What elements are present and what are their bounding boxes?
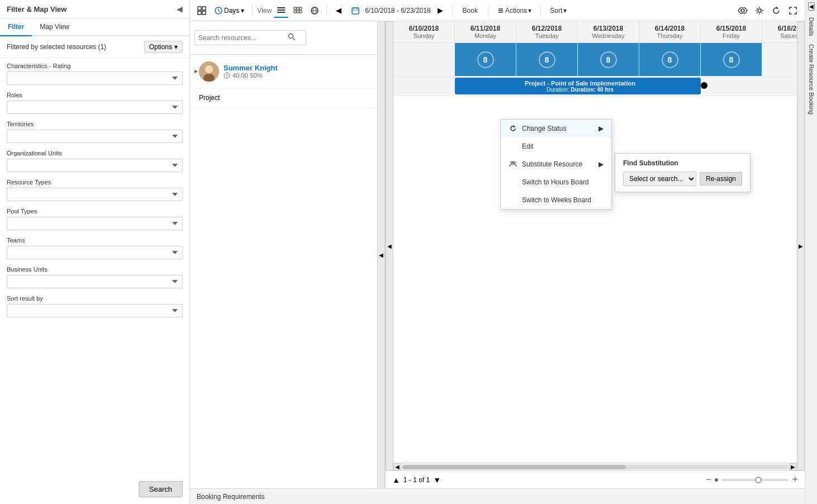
zoom-handle[interactable] [755,477,762,483]
context-menu: Change Status ▶ Edit Substitute Resource… [500,119,612,210]
hours-badge-5: 8 [723,51,740,68]
page-down-button[interactable]: ▼ [433,476,441,484]
svg-rect-7 [277,12,285,13]
svg-rect-1 [202,7,206,10]
separator-2 [326,5,327,16]
collapse-left-panel-button[interactable]: ◀ [177,4,183,13]
filter-select-roles[interactable] [7,101,183,114]
filter-label-sort: Sort result by [7,295,183,302]
options-button[interactable]: Options ▾ [144,41,183,53]
svg-rect-6 [277,9,285,11]
sort-button[interactable]: Sort ▾ [545,4,571,17]
day-4: Thursday [642,32,698,39]
svg-point-23 [289,34,293,39]
list-view-icon-button[interactable] [274,3,288,18]
filter-select-teams[interactable] [7,246,183,259]
submenu-arrow-icon: ▶ [598,125,604,132]
zoom-controls: − + [706,474,798,486]
refresh-icon-button[interactable] [769,3,783,18]
details-label[interactable]: Details [807,14,816,40]
search-button[interactable]: Search [139,481,183,497]
scroll-right-button[interactable]: ▶ [797,21,805,470]
grid-view-icon-button[interactable] [291,3,305,18]
settings-icon-button[interactable] [752,3,767,18]
filter-select-characteristics[interactable] [7,72,183,85]
separator-1 [252,5,253,16]
create-resource-booking-label[interactable]: Create Resource Booking [807,41,816,118]
hours-badge-3: 8 [600,51,617,68]
filter-select-resource-types[interactable] [7,188,183,201]
filter-group-sort: Sort result by [7,295,183,317]
resource-col-collapse-button[interactable]: ◀ [377,21,385,488]
filter-select-business-units[interactable] [7,275,183,288]
filter-select-org-units[interactable] [7,159,183,172]
bar-cell-0 [393,77,455,96]
zoom-in-button[interactable]: + [792,474,798,486]
tab-map-view[interactable]: Map View [32,18,77,36]
hours-badge-4: 8 [662,51,678,68]
tab-filter[interactable]: Filter [0,18,32,36]
visibility-icon-button[interactable] [735,3,750,18]
context-menu-hours-board[interactable]: Switch to Hours Board [501,173,611,191]
collapse-right-sidebar-button[interactable]: ◀ [808,2,815,11]
zoom-separator [715,478,718,482]
days-dropdown-button[interactable]: Days ▾ [211,4,248,17]
filter-group-teams: Teams [7,237,183,259]
svg-point-30 [513,161,515,164]
booking-bar[interactable]: Project - Point of Sale implementation D… [455,78,701,94]
filter-select-sort[interactable] [7,304,183,317]
reassign-button[interactable]: Re-assign [700,172,742,186]
search-resources-button[interactable] [288,33,296,42]
svg-rect-9 [297,7,299,9]
context-menu-weeks-board[interactable]: Switch to Weeks Board [501,191,611,209]
filter-select-territories[interactable] [7,130,183,143]
filter-group-pool-types: Pool Types [7,208,183,230]
zoom-track[interactable] [721,479,788,481]
context-menu-hours-label: Switch to Hours Board [522,178,588,186]
filter-select-pool-types[interactable] [7,217,183,230]
book-button[interactable]: Book [457,4,483,17]
hours-cell-2: 8 [516,43,578,76]
separator-4 [488,5,488,16]
substitution-select[interactable]: Select or search... [623,172,696,186]
scroll-left-button[interactable]: ◀ [386,21,393,470]
change-status-icon [509,124,517,133]
left-panel: Filter & Map View ◀ Filter Map View Filt… [0,0,190,504]
context-menu-change-status[interactable]: Change Status ▶ [501,120,611,137]
booking-requirements-label: Booking Requirements [197,493,264,501]
schedule-view-icon[interactable] [194,3,209,18]
booking-bar-duration: Duration: Duration: 40 hrs [547,87,614,93]
filter-label-resource-types: Resource Types [7,179,183,186]
globe-view-icon-button[interactable] [307,3,322,18]
scroll-h-right[interactable]: ▶ [789,463,797,470]
search-resources-input[interactable] [198,34,288,42]
filter-group-roles: Roles [7,92,183,114]
filter-label-roles: Roles [7,92,183,98]
calendar-icon-button[interactable] [348,3,363,18]
left-panel-header: Filter & Map View ◀ [0,0,189,18]
actions-button[interactable]: Actions ▾ [493,4,536,17]
svg-rect-12 [297,11,299,13]
expand-icon-button[interactable] [786,3,800,18]
actions-label: Actions [505,7,527,15]
date-4: 6/14/2018 [642,25,698,32]
scroll-h-left[interactable]: ◀ [393,463,401,470]
date-cell-7: 6/16/2018 Saturday [762,21,797,42]
svg-rect-17 [352,8,359,14]
context-menu-edit[interactable]: Edit [501,137,611,155]
resource-info: Summer Knight 40:00 50% [224,64,381,79]
prev-period-button[interactable]: ◀ [331,3,346,18]
scroll-thumb[interactable] [402,465,626,469]
next-period-button[interactable]: ▶ [433,3,448,18]
zoom-out-button[interactable]: − [706,474,712,486]
resource-name[interactable]: Summer Knight [224,64,381,72]
date-3: 6/13/2018 [580,25,636,32]
separator-5 [540,5,541,16]
days-label: Days [224,7,239,15]
date-1: 6/11/2018 [457,25,514,32]
context-menu-substitute-resource[interactable]: Substitute Resource ▶ [501,155,611,173]
resource-hours: 40:00 [232,72,248,79]
project-label: Project [199,94,220,102]
page-up-button[interactable]: ▲ [392,476,400,484]
substitute-icon [509,160,517,169]
